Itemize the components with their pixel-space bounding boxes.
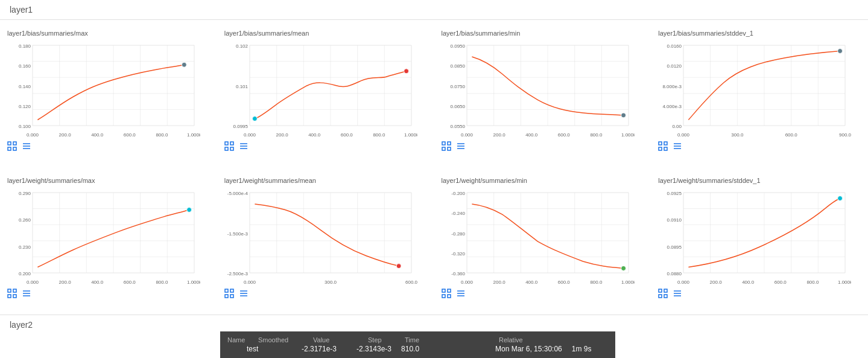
chart-cell-weight-mean: layer1/weight/summaries/mean -5.000e-4-1… xyxy=(217,172,434,310)
svg-text:0.0120: 0.0120 xyxy=(667,63,682,69)
svg-text:0.000: 0.000 xyxy=(460,280,473,285)
svg-text:1.000k: 1.000k xyxy=(187,132,200,138)
expand-icon[interactable] xyxy=(224,289,234,300)
chart-title-weight-stddev: layer1/weight/summaries/stddev_1 xyxy=(658,177,861,184)
svg-text:1.000k: 1.000k xyxy=(621,280,634,285)
svg-text:200.0: 200.0 xyxy=(276,132,288,138)
menu-icon[interactable] xyxy=(456,141,466,153)
expand-icon[interactable] xyxy=(658,141,668,153)
svg-point-153 xyxy=(187,208,192,213)
expand-icon[interactable] xyxy=(658,289,668,300)
svg-rect-124 xyxy=(659,147,662,150)
menu-icon[interactable] xyxy=(673,289,682,300)
svg-point-181 xyxy=(396,264,401,269)
svg-rect-59 xyxy=(230,142,233,145)
svg-text:400.0: 400.0 xyxy=(91,280,104,285)
menu-icon[interactable] xyxy=(239,289,249,300)
expand-icon[interactable] xyxy=(224,141,234,153)
svg-text:1.000k: 1.000k xyxy=(621,132,634,138)
chart-area-weight-mean: -5.000e-4-1.500e-3-2.500e-3 0.000300.060… xyxy=(224,187,427,286)
svg-point-246 xyxy=(838,196,843,201)
chart-title-weight-mean: layer1/weight/summaries/mean xyxy=(224,177,427,184)
svg-rect-185 xyxy=(230,295,233,298)
menu-icon[interactable] xyxy=(673,141,682,153)
svg-rect-29 xyxy=(13,147,16,150)
svg-text:0.000: 0.000 xyxy=(677,280,690,285)
svg-text:600.0: 600.0 xyxy=(785,132,798,138)
chart-area-bias-max: 0.1800.1600.1400.1200.100 0.000200.0400.… xyxy=(7,39,210,139)
svg-text:0.140: 0.140 xyxy=(19,84,31,89)
svg-text:0.200: 0.200 xyxy=(19,271,31,276)
svg-text:0.0995: 0.0995 xyxy=(233,124,248,129)
tooltip-smoothed: -2.3171e-3 xyxy=(302,345,347,353)
chart-cell-weight-min: layer1/weight/summaries/min -0.200-0.240… xyxy=(434,172,651,310)
expand-icon[interactable] xyxy=(7,141,17,153)
svg-text:8.000e-3: 8.000e-3 xyxy=(663,84,682,89)
svg-text:0.0910: 0.0910 xyxy=(667,217,682,223)
expand-icon[interactable] xyxy=(442,289,451,300)
chart-area-weight-min: -0.200-0.240-0.280-0.320-0.360 0.000200.… xyxy=(442,187,644,286)
chart-controls-bias-stddev xyxy=(658,139,861,158)
tooltip-row-0: test -2.3171e-3 -2.3143e-3 810.0 Mon Mar… xyxy=(227,345,608,353)
svg-text:0.0850: 0.0850 xyxy=(450,63,465,69)
svg-text:-1.500e-3: -1.500e-3 xyxy=(227,231,249,237)
svg-rect-122 xyxy=(659,142,662,145)
col-smoothed: Smoothed xyxy=(258,336,303,344)
svg-rect-28 xyxy=(8,147,11,150)
svg-text:800.0: 800.0 xyxy=(590,280,603,285)
menu-icon[interactable] xyxy=(22,289,31,300)
chart-title-bias-stddev: layer1/bias/summaries/stddev_1 xyxy=(658,30,861,37)
svg-rect-184 xyxy=(225,295,228,298)
chart-title-weight-max: layer1/weight/summaries/max xyxy=(7,177,210,184)
chart-cell-weight-max: layer1/weight/summaries/max 0.2900.2600.… xyxy=(0,172,217,310)
chart-area-bias-min: 0.09500.08500.07500.06500.0550 0.000200.… xyxy=(442,39,644,139)
svg-rect-215 xyxy=(442,289,445,292)
svg-text:0.0650: 0.0650 xyxy=(450,104,465,109)
svg-rect-61 xyxy=(230,147,233,150)
svg-text:-0.200: -0.200 xyxy=(451,191,465,196)
menu-icon[interactable] xyxy=(22,141,31,153)
chart-area-bias-stddev: 0.01600.01208.000e-34.000e-30.00 0.00030… xyxy=(658,39,861,139)
svg-text:0.0550: 0.0550 xyxy=(450,124,465,129)
tooltip-step: 810.0 xyxy=(401,345,486,353)
svg-text:-0.240: -0.240 xyxy=(451,211,465,216)
chart-controls-bias-mean xyxy=(224,139,427,158)
svg-text:200.0: 200.0 xyxy=(493,132,505,138)
chart-title-bias-mean: layer1/bias/summaries/mean xyxy=(224,30,427,37)
svg-text:200.0: 200.0 xyxy=(59,132,72,138)
svg-text:200.0: 200.0 xyxy=(59,280,72,285)
svg-rect-27 xyxy=(13,142,16,145)
menu-icon[interactable] xyxy=(239,141,249,153)
menu-icon[interactable] xyxy=(456,289,466,300)
svg-text:-0.280: -0.280 xyxy=(451,231,465,237)
svg-text:1.000k: 1.000k xyxy=(187,280,200,285)
tooltip-table: Name Smoothed Value Step Time Relative t… xyxy=(227,336,608,353)
col-time: Time xyxy=(405,336,489,344)
svg-rect-157 xyxy=(13,295,16,298)
expand-icon[interactable] xyxy=(7,289,17,300)
svg-text:400.0: 400.0 xyxy=(91,132,104,138)
svg-text:600.0: 600.0 xyxy=(341,132,353,138)
svg-text:600.0: 600.0 xyxy=(405,280,417,285)
svg-text:0.260: 0.260 xyxy=(19,217,31,223)
svg-rect-93 xyxy=(442,147,445,150)
svg-text:0.000: 0.000 xyxy=(244,280,256,285)
svg-text:0.102: 0.102 xyxy=(236,43,249,49)
svg-text:0.000: 0.000 xyxy=(27,132,39,138)
chart-area-weight-stddev: 0.09250.09100.08950.0880 0.000200.0400.0… xyxy=(658,187,861,286)
svg-point-214 xyxy=(621,266,626,270)
tooltip-relative: 1m 9s xyxy=(572,345,608,353)
svg-text:0.000: 0.000 xyxy=(460,132,473,138)
svg-text:0.000: 0.000 xyxy=(27,280,39,285)
chart-area-weight-max: 0.2900.2600.2300.200 0.000200.0400.0600.… xyxy=(7,187,210,286)
svg-text:-5.000e-4: -5.000e-4 xyxy=(227,191,249,196)
expand-icon[interactable] xyxy=(442,141,451,153)
svg-text:0.00: 0.00 xyxy=(673,124,682,129)
svg-text:600.0: 600.0 xyxy=(124,280,136,285)
chart-cell-weight-stddev: layer1/weight/summaries/stddev_1 0.09250… xyxy=(651,172,868,310)
svg-point-56 xyxy=(404,69,408,74)
col-value: Value xyxy=(313,336,358,344)
svg-point-121 xyxy=(838,49,843,54)
svg-rect-183 xyxy=(230,289,233,292)
svg-text:0.0880: 0.0880 xyxy=(667,271,682,276)
